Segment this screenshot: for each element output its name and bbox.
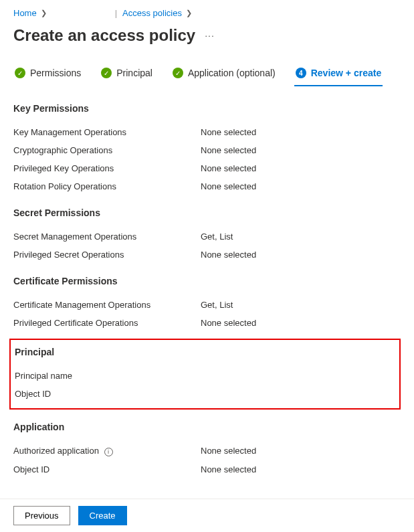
- check-icon: ✓: [15, 68, 25, 78]
- row-rotation: Rotation Policy Operations None selected: [13, 177, 401, 195]
- row-key-mgmt: Key Management Operations None selected: [13, 123, 401, 141]
- label: Principal name: [15, 371, 202, 381]
- value: None selected: [201, 318, 256, 328]
- label: Certificate Management Operations: [13, 300, 201, 310]
- label: Object ID: [15, 389, 202, 399]
- label: Secret Management Operations: [13, 232, 201, 242]
- label: Key Management Operations: [13, 127, 201, 137]
- tab-review-create[interactable]: 4 Review + create: [294, 62, 383, 86]
- label: Rotation Policy Operations: [13, 181, 201, 191]
- more-actions-button[interactable]: ···: [205, 30, 215, 41]
- label: Privileged Key Operations: [13, 163, 201, 173]
- tab-principal[interactable]: ✓ Principal: [100, 62, 154, 86]
- check-icon: ✓: [101, 68, 112, 78]
- row-authorized-app: Authorized application i None selected: [13, 442, 401, 460]
- tab-application[interactable]: ✓ Application (optional): [171, 62, 277, 86]
- value: None selected: [201, 145, 256, 155]
- tab-label: Application (optional): [188, 68, 276, 78]
- wizard-tabs: ✓ Permissions ✓ Principal ✓ Application …: [0, 57, 414, 87]
- tab-label: Principal: [116, 68, 152, 78]
- label: Privileged Secret Operations: [13, 250, 201, 260]
- previous-button[interactable]: Previous: [13, 506, 70, 525]
- label: Authorized application i: [13, 446, 201, 456]
- page-title: Create an access policy: [13, 26, 195, 45]
- tab-label: Review + create: [311, 68, 381, 78]
- divider-icon: |: [115, 8, 117, 18]
- value: None selected: [201, 464, 256, 474]
- row-crypto-ops: Cryptographic Operations None selected: [13, 141, 401, 159]
- info-icon[interactable]: i: [104, 448, 113, 456]
- check-icon: ✓: [173, 68, 183, 78]
- row-cert-mgmt: Certificate Management Operations Get, L…: [13, 296, 401, 314]
- section-secret-permissions: Secret Permissions: [13, 207, 401, 218]
- chevron-right-icon: ❯: [186, 9, 192, 17]
- row-object-id: Object ID: [15, 385, 395, 403]
- breadcrumb-home[interactable]: Home: [13, 8, 37, 18]
- section-certificate-permissions: Certificate Permissions: [13, 276, 401, 286]
- breadcrumb-access-policies[interactable]: Access policies: [122, 8, 182, 18]
- row-principal-name: Principal name: [15, 367, 395, 385]
- step-number-icon: 4: [296, 68, 306, 78]
- principal-highlight: Principal Principal name Object ID: [9, 339, 401, 410]
- create-button[interactable]: Create: [78, 506, 127, 525]
- row-priv-cert: Privileged Certificate Operations None s…: [13, 314, 401, 332]
- review-content: Key Permissions Key Management Operation…: [0, 87, 414, 478]
- title-row: Create an access policy ···: [0, 23, 414, 57]
- chevron-right-icon: ❯: [41, 9, 47, 17]
- section-application: Application: [13, 422, 401, 432]
- section-key-permissions: Key Permissions: [13, 103, 401, 114]
- value: None selected: [201, 181, 256, 191]
- value: None selected: [201, 127, 256, 137]
- value: None selected: [201, 250, 256, 260]
- footer: Previous Create: [0, 499, 414, 532]
- row-secret-mgmt: Secret Management Operations Get, List: [13, 228, 401, 246]
- tab-label: Permissions: [30, 68, 81, 78]
- label: Object ID: [13, 464, 201, 474]
- section-principal: Principal: [15, 347, 395, 357]
- breadcrumb: Home ❯ | Access policies ❯: [0, 0, 414, 23]
- value: None selected: [201, 446, 256, 456]
- value: None selected: [201, 163, 256, 173]
- row-priv-secret: Privileged Secret Operations None select…: [13, 246, 401, 264]
- row-priv-key: Privileged Key Operations None selected: [13, 159, 401, 177]
- label: Cryptographic Operations: [13, 145, 201, 155]
- row-app-object-id: Object ID None selected: [13, 460, 401, 478]
- value: Get, List: [201, 232, 233, 242]
- label: Privileged Certificate Operations: [13, 318, 201, 328]
- value: Get, List: [201, 300, 233, 310]
- tab-permissions[interactable]: ✓ Permissions: [13, 62, 82, 86]
